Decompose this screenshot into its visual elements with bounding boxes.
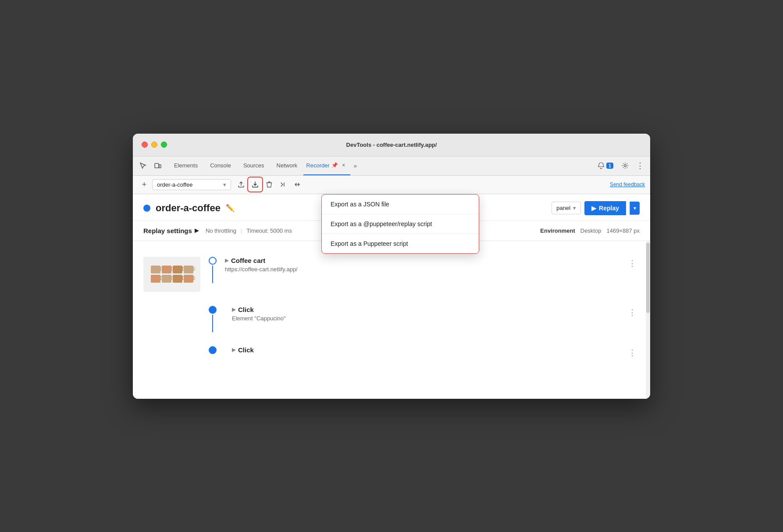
step-circle-2 [209,306,217,314]
replay-settings-label[interactable]: Replay settings ▶ [143,227,199,234]
step-expand-icon-3[interactable]: ▶ [232,347,235,353]
pin-icon: 📌 [331,162,338,168]
recording-selector[interactable]: order-a-coffee ▾ [152,179,231,190]
environment-value: Desktop [580,227,601,234]
export-puppeteer-option[interactable]: Export as a Puppeteer script [322,234,479,253]
select-element-icon[interactable] [136,159,149,172]
recording-status-dot [143,205,150,212]
tab-elements[interactable]: Elements [168,156,204,175]
step-item: ▶ Coffee cart https://coffee-cart.netlif… [143,250,640,299]
step-more-button-2[interactable]: ⋮ [625,306,640,319]
step-thumbnail [143,257,200,292]
step-name-2: Click [238,306,254,313]
step-expand-icon-1[interactable]: ▶ [225,258,228,263]
send-feedback-link[interactable]: Send feedback [610,181,645,188]
recorder-icon-buttons [235,178,304,191]
scrollbar[interactable] [646,241,650,399]
replay-play-icon: ▶ [591,205,596,212]
more-options-icon[interactable]: ⋮ [634,159,647,172]
add-recording-button[interactable]: + [138,178,150,191]
traffic-lights [142,142,167,148]
step-timeline-2 [207,306,218,332]
step-item-2: ▶ Click Element "Cappucino" ⋮ [143,299,640,339]
notifications-badge: 1 [606,163,613,169]
tab-sources[interactable]: Sources [237,156,270,175]
step-circle-3 [209,346,217,354]
tab-network[interactable]: Network [270,156,304,175]
resolution-value: 1469×887 px [606,227,640,234]
environment-label: Environment [540,227,575,234]
step-content-1: ▶ Coffee cart https://coffee-cart.netlif… [225,257,618,273]
step-title-1: ▶ Coffee cart [225,257,618,264]
step-item-3: ▶ Click ⋮ [143,339,640,366]
minimize-button[interactable] [151,142,157,148]
settings-label-text: Replay settings [143,227,192,234]
tab-recorder-label: Recorder [306,162,329,169]
edit-name-icon[interactable]: ✏️ [226,204,235,212]
recording-selector-value: order-a-coffee [157,181,192,188]
step-line-1 [212,266,213,283]
replay-step-icon[interactable] [277,178,290,191]
replay-dropdown-button[interactable]: ▾ [630,202,640,215]
window-title: DevTools - coffee-cart.netlify.app/ [346,142,437,148]
step-expand-icon-2[interactable]: ▶ [232,307,235,312]
maximize-button[interactable] [161,142,167,148]
step-line-2 [212,315,213,332]
step-timeline-1 [207,257,218,283]
step-circle-1 [209,257,217,265]
svg-point-2 [624,165,626,167]
panel-selector[interactable]: panel ▾ [552,202,581,214]
tab-console[interactable]: Console [204,156,237,175]
step-name-3: Click [238,346,254,354]
upload-icon[interactable] [235,178,248,191]
selector-chevron-icon: ▾ [223,181,226,188]
timeout-label: Timeout: 5000 ms [246,227,292,234]
more-tabs-button[interactable]: » [350,163,360,169]
settings-details: No throttling | Timeout: 5000 ms [206,227,292,234]
step-timeline-3 [207,346,218,354]
step-title-3: ▶ Click [232,346,618,354]
toolbar-right: 1 ⋮ [594,159,647,172]
svg-rect-1 [159,165,161,168]
settings-chevron-icon: ▶ [195,227,199,234]
environment-info: Environment Desktop 1469×887 px [540,227,640,234]
devtools-tab-bar: Elements Console Sources Network Recorde… [133,156,650,176]
svg-rect-0 [155,163,159,168]
delete-icon[interactable] [263,178,276,191]
recorder-toolbar: + order-a-coffee ▾ [133,176,650,194]
step-more-button-1[interactable]: ⋮ [625,257,640,270]
settings-left: Replay settings ▶ No throttling | Timeou… [143,227,292,234]
recording-title: order-a-coffee [156,202,221,214]
step-url-2: Element "Cappucino" [232,315,618,322]
scrollbar-thumb[interactable] [646,243,650,313]
step-content-2: ▶ Click Element "Cappucino" [225,306,618,322]
replay-label: Replay [599,205,619,212]
panel-chevron-icon: ▾ [573,205,576,211]
device-mode-icon[interactable] [151,159,164,172]
title-bar: DevTools - coffee-cart.netlify.app/ [133,134,650,156]
step-title-2: ▶ Click [232,306,618,313]
step-more-button-3[interactable]: ⋮ [625,346,640,359]
tab-list: Elements Console Sources Network Recorde… [168,156,360,175]
step-name-1: Coffee cart [231,257,265,264]
export-icon[interactable] [249,178,262,191]
tab-recorder-area: Recorder 📌 × [303,156,350,175]
close-recorder-tab[interactable]: × [340,161,348,169]
toggle-icon[interactable] [291,178,304,191]
notifications-button[interactable]: 1 [594,160,617,171]
step-content-3: ▶ Click [225,346,618,354]
steps-area: ▶ Coffee cart https://coffee-cart.netlif… [133,241,650,399]
close-button[interactable] [142,142,148,148]
export-puppeteer-replay-option[interactable]: Export as a @puppeteer/replay script [322,214,479,234]
replay-button[interactable]: ▶ Replay [584,201,626,215]
no-throttling-label: No throttling [206,227,236,234]
panel-selector-value: panel [556,205,570,211]
export-json-option[interactable]: Export as a JSON file [322,195,479,214]
export-dropdown: Export as a JSON file Export as a @puppe… [321,194,479,254]
settings-divider: | [241,227,242,234]
recording-controls-right: panel ▾ ▶ Replay ▾ [552,201,640,215]
devtools-window: DevTools - coffee-cart.netlify.app/ Elem… [133,134,650,399]
settings-icon[interactable] [619,159,632,172]
step-url-1: https://coffee-cart.netlify.app/ [225,266,618,273]
